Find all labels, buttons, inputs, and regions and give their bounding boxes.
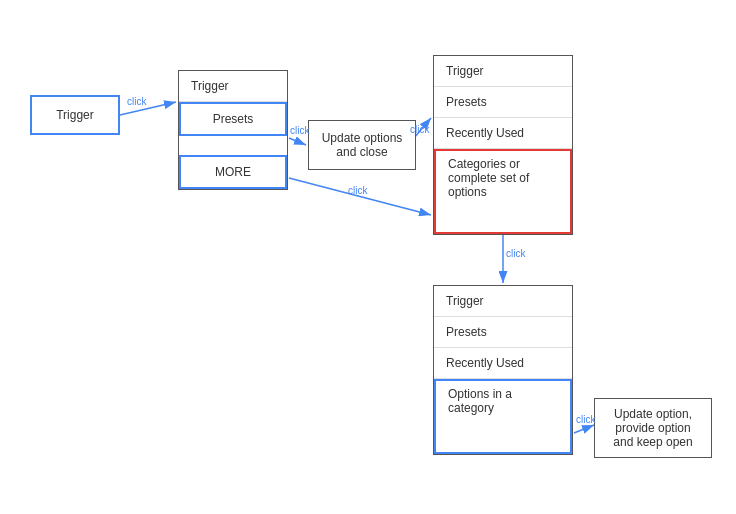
update-keep-open-box: Update option,provide optionand keep ope…: [594, 398, 712, 458]
update-close-label: Update options and close: [313, 131, 411, 159]
click-label-2: click: [290, 125, 309, 136]
trigger-left-label: Trigger: [56, 108, 94, 122]
click-label-5: click: [506, 248, 525, 259]
trigger-left-box: Trigger: [30, 95, 120, 135]
small-panel-trigger: Trigger: [179, 71, 287, 102]
click-label-6: click: [576, 414, 595, 425]
bottom-panel: Trigger Presets Recently Used Options in…: [433, 285, 573, 455]
bottom-panel-presets: Presets: [434, 317, 572, 348]
top-panel: Trigger Presets Recently Used Categories…: [433, 55, 573, 235]
click-label-4: click: [348, 185, 367, 196]
svg-line-6: [574, 425, 594, 433]
update-keep-open-label: Update option,provide optionand keep ope…: [613, 407, 692, 449]
top-panel-trigger: Trigger: [434, 56, 572, 87]
bottom-panel-trigger: Trigger: [434, 286, 572, 317]
diagram-container: Trigger Trigger Presets MORE Update opti…: [0, 0, 736, 514]
bottom-panel-options-category[interactable]: Options in a category: [434, 379, 572, 454]
click-label-1: click: [127, 96, 146, 107]
small-panel-more[interactable]: MORE: [179, 155, 287, 189]
update-close-box: Update options and close: [308, 120, 416, 170]
small-panel: Trigger Presets MORE: [178, 70, 288, 190]
top-panel-categories[interactable]: Categories or complete set of options: [434, 149, 572, 234]
svg-line-4: [289, 178, 431, 215]
top-panel-presets: Presets: [434, 87, 572, 118]
bottom-panel-recently-used: Recently Used: [434, 348, 572, 379]
click-label-3: click: [410, 124, 429, 135]
small-panel-presets[interactable]: Presets: [179, 102, 287, 136]
svg-line-2: [289, 138, 306, 145]
top-panel-recently-used: Recently Used: [434, 118, 572, 149]
